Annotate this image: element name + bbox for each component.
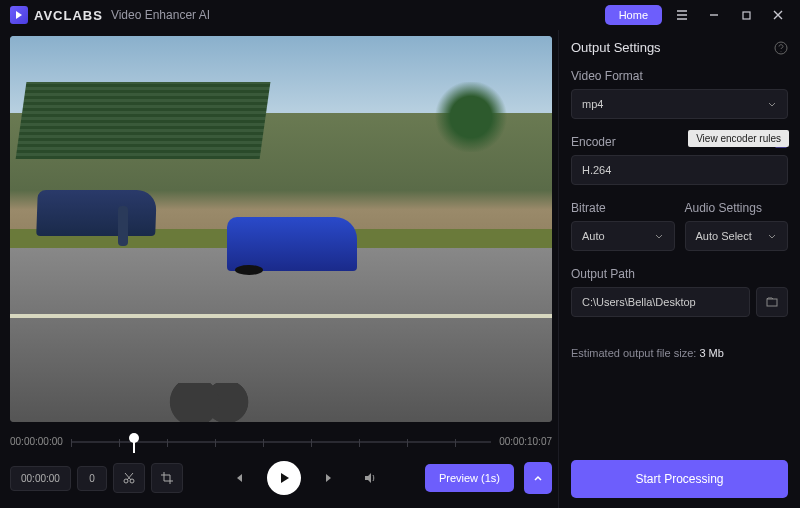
preview-pane: 00:00:00:00 00:00:10:07 00:00:00 0 Previ… [0, 30, 558, 508]
svg-rect-5 [767, 299, 777, 306]
format-label: Video Format [571, 69, 788, 83]
encoder-label: Encoder [571, 135, 616, 149]
panel-title: Output Settings [571, 40, 661, 55]
menu-icon[interactable] [670, 3, 694, 27]
bitrate-label: Bitrate [571, 201, 675, 215]
app-subtitle: Video Enhancer AI [111, 8, 210, 22]
audio-label: Audio Settings [685, 201, 789, 215]
path-label: Output Path [571, 267, 788, 281]
crop-button[interactable] [151, 463, 183, 493]
cut-button[interactable] [113, 463, 145, 493]
timecode-display: 00:00:00 [10, 466, 71, 491]
next-frame-button[interactable] [319, 467, 341, 489]
play-button[interactable] [267, 461, 301, 495]
close-icon[interactable] [766, 3, 790, 27]
encoder-tooltip: View encoder rules [688, 130, 789, 147]
titlebar: AVCLABS Video Enhancer AI Home [0, 0, 800, 30]
output-path-field[interactable]: C:\Users\Bella\Desktop [571, 287, 750, 317]
chevron-down-icon [654, 231, 664, 241]
preview-button[interactable]: Preview (1s) [425, 464, 514, 492]
video-preview[interactable] [10, 36, 552, 422]
browse-folder-button[interactable] [756, 287, 788, 317]
brand-text: AVCLABS [34, 8, 103, 23]
playhead[interactable] [129, 433, 139, 443]
audio-select[interactable]: Auto Select [685, 221, 789, 251]
chevron-down-icon [767, 231, 777, 241]
preview-options-button[interactable] [524, 462, 552, 494]
prev-frame-button[interactable] [227, 467, 249, 489]
encoder-select[interactable]: H.264 View encoder rules [571, 155, 788, 185]
app-logo: AVCLABS [10, 6, 103, 24]
estimated-size: Estimated output file size: 3 Mb [571, 347, 788, 359]
svg-rect-0 [743, 12, 750, 19]
help-icon[interactable] [774, 41, 788, 55]
timeline-start: 00:00:00:00 [10, 436, 63, 447]
home-button[interactable]: Home [605, 5, 662, 25]
volume-button[interactable] [359, 467, 381, 489]
timeline-end: 00:00:10:07 [499, 436, 552, 447]
start-processing-button[interactable]: Start Processing [571, 460, 788, 498]
logo-icon [10, 6, 28, 24]
format-select[interactable]: mp4 [571, 89, 788, 119]
output-settings-panel: Output Settings Video Format mp4 Encoder… [558, 30, 800, 508]
chevron-down-icon [767, 99, 777, 109]
timeline[interactable] [71, 431, 491, 451]
bitrate-select[interactable]: Auto [571, 221, 675, 251]
minimize-icon[interactable] [702, 3, 726, 27]
maximize-icon[interactable] [734, 3, 758, 27]
frame-display: 0 [77, 466, 107, 491]
